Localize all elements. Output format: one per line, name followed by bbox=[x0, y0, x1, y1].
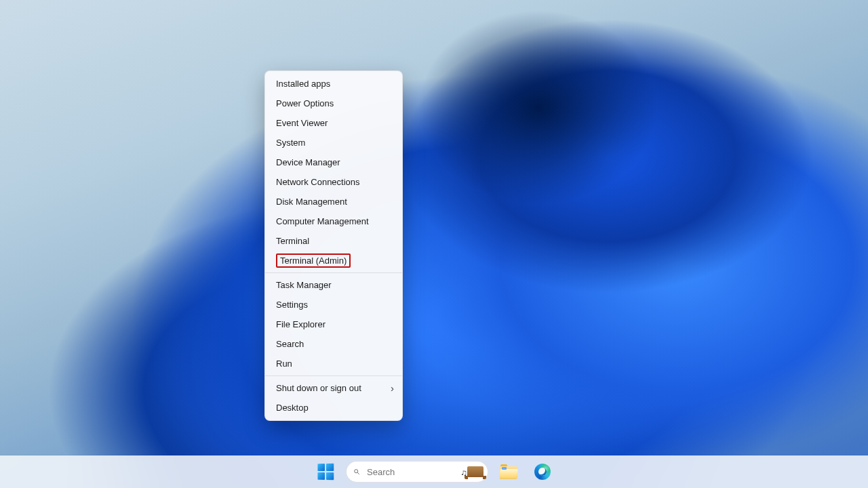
search-box[interactable]: ♫ bbox=[346, 461, 488, 483]
ctx-disk-management[interactable]: Disk Management bbox=[265, 192, 402, 211]
start-button[interactable] bbox=[312, 458, 339, 485]
ctx-item-label: Terminal bbox=[276, 236, 309, 246]
search-icon bbox=[353, 467, 360, 476]
file-explorer-icon bbox=[500, 464, 517, 479]
ctx-item-label: Settings bbox=[276, 300, 308, 310]
taskbar-center-group: ♫ bbox=[312, 458, 556, 485]
taskbar: ♫ bbox=[0, 455, 868, 488]
ctx-item-label: Device Manager bbox=[276, 157, 340, 167]
ctx-task-manager[interactable]: Task Manager bbox=[265, 275, 402, 295]
edge-button[interactable] bbox=[529, 458, 556, 485]
ctx-file-explorer[interactable]: File Explorer bbox=[265, 314, 402, 334]
ctx-item-label: Run bbox=[276, 359, 292, 369]
ctx-installed-apps[interactable]: Installed apps bbox=[265, 74, 402, 94]
ctx-item-label: Desktop bbox=[276, 403, 309, 413]
windows-logo-icon bbox=[317, 464, 334, 481]
start-context-menu: Installed appsPower OptionsEvent ViewerS… bbox=[264, 70, 403, 421]
ctx-terminal[interactable]: Terminal bbox=[265, 231, 402, 251]
ctx-desktop[interactable]: Desktop bbox=[265, 398, 402, 418]
ctx-item-label: Event Viewer bbox=[276, 118, 328, 128]
svg-line-1 bbox=[357, 472, 359, 474]
ctx-device-manager[interactable]: Device Manager bbox=[265, 152, 402, 172]
svg-point-0 bbox=[355, 470, 358, 473]
ctx-item-label: Power Options bbox=[276, 98, 334, 108]
ctx-item-label: System bbox=[276, 138, 305, 148]
ctx-item-label: Task Manager bbox=[276, 280, 332, 290]
ctx-run[interactable]: Run bbox=[265, 354, 402, 373]
ctx-network-connections[interactable]: Network Connections bbox=[265, 172, 402, 192]
file-explorer-button[interactable] bbox=[495, 458, 522, 485]
ctx-item-label: Installed apps bbox=[276, 79, 330, 89]
ctx-power-options[interactable]: Power Options bbox=[265, 94, 402, 113]
menu-separator bbox=[265, 375, 402, 376]
search-highlight-icon: ♫ bbox=[460, 466, 484, 477]
ctx-terminal-admin[interactable]: Terminal (Admin) bbox=[265, 251, 402, 270]
desktop-wallpaper bbox=[0, 0, 868, 488]
ctx-item-label: Search bbox=[276, 339, 304, 349]
ctx-item-label: Terminal (Admin) bbox=[276, 253, 351, 268]
ctx-system[interactable]: System bbox=[265, 133, 402, 152]
ctx-event-viewer[interactable]: Event Viewer bbox=[265, 113, 402, 133]
ctx-settings[interactable]: Settings bbox=[265, 295, 402, 314]
ctx-item-label: Network Connections bbox=[276, 177, 360, 187]
ctx-shutdown-signout[interactable]: Shut down or sign out bbox=[265, 378, 402, 398]
edge-icon bbox=[534, 464, 551, 480]
menu-separator bbox=[265, 272, 402, 273]
ctx-item-label: Shut down or sign out bbox=[276, 383, 361, 393]
ctx-item-label: Disk Management bbox=[276, 197, 347, 207]
ctx-item-label: Computer Management bbox=[276, 216, 369, 226]
ctx-computer-management[interactable]: Computer Management bbox=[265, 211, 402, 231]
ctx-item-label: File Explorer bbox=[276, 319, 326, 329]
ctx-search[interactable]: Search bbox=[265, 334, 402, 354]
